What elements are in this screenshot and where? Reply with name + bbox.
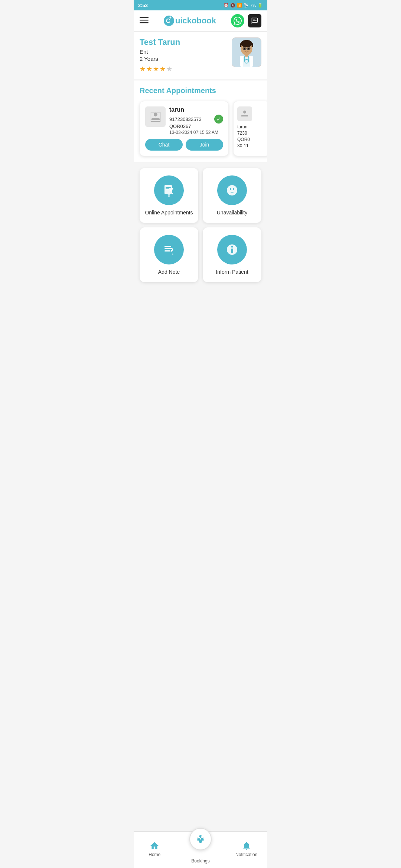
patient-name-1: tarun: [169, 106, 223, 113]
mute-icon: 🔇: [230, 3, 235, 8]
chat-button[interactable]: Chat: [145, 139, 183, 151]
svg-text:+: +: [169, 16, 172, 20]
appointment-details-1: tarun 917230832573 ✓ QOR0267 13-03-2024 …: [169, 106, 223, 135]
patient-photo-2: [237, 106, 252, 121]
chat-header-button[interactable]: [248, 14, 261, 27]
svg-rect-6: [253, 20, 255, 20]
doctor-name: Test Tarun: [140, 37, 232, 47]
online-appointments-card[interactable]: Online Appointments: [140, 168, 198, 223]
appt-time-2: 30-11-: [237, 143, 266, 148]
star-4: ★: [160, 65, 166, 73]
appointments-scroll: tarun 917230832573 ✓ QOR0267 13-03-2024 …: [134, 98, 267, 162]
add-note-card[interactable]: Add Note: [140, 227, 198, 282]
unavailability-label: Unavailability: [217, 210, 247, 216]
doctor-avatar: [232, 37, 261, 67]
unavailability-icon-circle: [217, 175, 247, 205]
header-actions: [231, 14, 261, 27]
online-appointments-label: Online Appointments: [145, 210, 193, 216]
svg-point-15: [244, 47, 245, 50]
svg-rect-2: [140, 22, 149, 23]
star-3: ★: [153, 65, 159, 73]
status-time: 2:53: [138, 3, 148, 8]
doctor-specialty: Ent: [140, 49, 232, 55]
verified-icon-1: ✓: [214, 115, 223, 124]
status-icons: ⏰ 🔇 📶 📡 7% 🔋: [224, 3, 263, 8]
svg-rect-22: [166, 187, 171, 188]
patient-name-2: tarun: [237, 124, 266, 129]
patient-photo-1: [145, 106, 166, 127]
appointment-card-2: tarun 7230 QOR0 30-11-: [233, 101, 267, 156]
menu-button[interactable]: [140, 16, 149, 26]
svg-rect-30: [231, 192, 234, 193]
recent-appointments-section: Recent Appointments tarun 917230832573 ✓: [134, 80, 267, 162]
add-note-icon-circle: [154, 235, 184, 264]
grid-section: Online Appointments Unavailability: [134, 165, 267, 285]
svg-rect-34: [170, 249, 173, 252]
doctor-profile: Test Tarun Ent 2 Years ★ ★ ★ ★ ★: [134, 32, 267, 79]
status-bar: 2:53 ⏰ 🔇 📶 📡 7% 🔋: [134, 0, 267, 10]
svg-marker-35: [172, 253, 173, 255]
signal-icon: 📡: [244, 3, 249, 8]
svg-rect-33: [164, 250, 170, 251]
svg-point-14: [241, 40, 252, 47]
appt-time-1: 13-03-2024 07:15:52 AM: [169, 130, 223, 135]
svg-point-27: [227, 185, 237, 195]
svg-rect-0: [140, 17, 149, 18]
logo-text: uickobook: [175, 16, 216, 26]
svg-point-37: [231, 246, 233, 248]
inform-patient-icon-circle: [217, 235, 247, 264]
battery-icon: 🔋: [258, 3, 263, 8]
appt-buttons-1: Chat Join: [145, 139, 223, 151]
svg-rect-29: [233, 188, 234, 190]
header: C + uickobook: [134, 10, 267, 32]
unavailability-card[interactable]: Unavailability: [203, 168, 261, 223]
svg-rect-28: [230, 188, 231, 190]
phone-row-1: 917230832573 ✓: [169, 115, 223, 124]
join-button[interactable]: Join: [186, 139, 223, 151]
svg-rect-1: [140, 20, 149, 21]
add-note-label: Add Note: [158, 269, 180, 275]
whatsapp-button[interactable]: [231, 14, 244, 27]
svg-rect-31: [164, 246, 171, 247]
patient-phone-2: 7230: [237, 131, 266, 136]
doctor-experience: 2 Years: [140, 56, 232, 62]
star-5: ★: [166, 65, 172, 73]
recent-appointments-title: Recent Appointments: [134, 80, 267, 98]
appointment-top-1: tarun 917230832573 ✓ QOR0267 13-03-2024 …: [145, 106, 223, 135]
svg-rect-32: [164, 248, 173, 249]
online-appointments-icon-circle: [154, 175, 184, 205]
svg-rect-38: [231, 249, 233, 253]
svg-rect-7: [253, 20, 257, 21]
doctor-rating: ★ ★ ★ ★ ★: [140, 65, 232, 73]
wifi-icon: 📶: [237, 3, 242, 8]
svg-point-16: [248, 47, 250, 50]
appointment-card-1: tarun 917230832573 ✓ QOR0267 13-03-2024 …: [140, 101, 229, 156]
appt-qr-1: QOR0267: [169, 124, 223, 129]
svg-rect-23: [166, 188, 169, 189]
inform-patient-card[interactable]: Inform Patient: [203, 227, 261, 282]
app-logo: C + uickobook: [163, 15, 216, 26]
inform-patient-label: Inform Patient: [216, 269, 248, 275]
star-2: ★: [146, 65, 152, 73]
svg-point-26: [168, 195, 170, 197]
patient-phone-1: 917230832573: [169, 116, 202, 122]
alarm-icon: ⏰: [224, 3, 229, 8]
doctor-info: Test Tarun Ent 2 Years ★ ★ ★ ★ ★: [140, 37, 232, 73]
appt-qr-2: QOR0: [237, 137, 266, 142]
star-1: ★: [140, 65, 146, 73]
battery-level: 7%: [250, 3, 256, 7]
